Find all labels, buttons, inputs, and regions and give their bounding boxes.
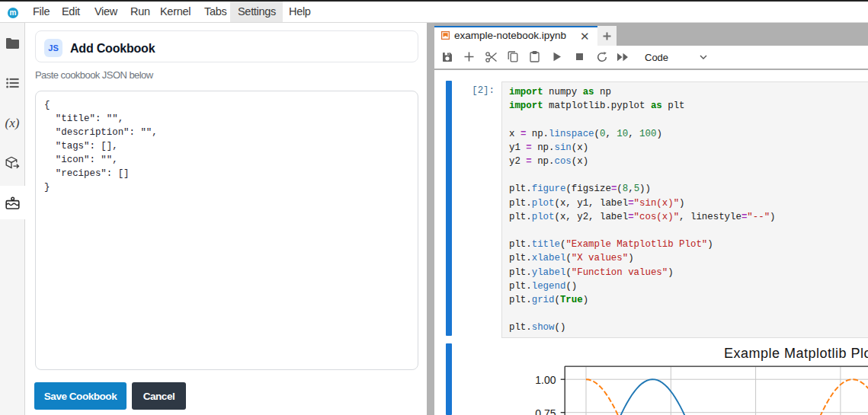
svg-text:Example Matplotlib Plot: Example Matplotlib Plot (724, 346, 868, 361)
svg-text:0.75: 0.75 (535, 407, 556, 415)
svg-text:1.00: 1.00 (535, 374, 556, 386)
